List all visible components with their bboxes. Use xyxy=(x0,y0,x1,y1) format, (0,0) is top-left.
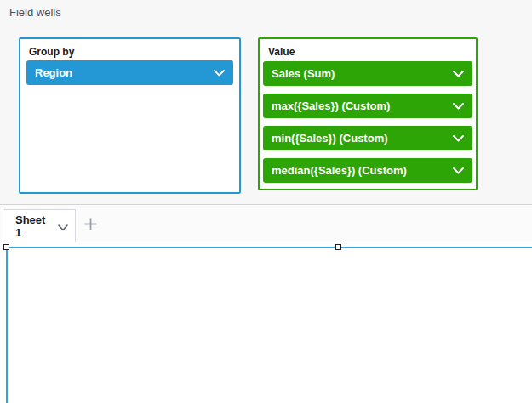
group-by-label: Group by xyxy=(29,46,74,58)
selection-border-left xyxy=(6,247,8,403)
chevron-down-icon xyxy=(453,164,464,177)
field-pill-label: median({Sales}) (Custom) xyxy=(272,164,407,177)
tab-sheet-1[interactable]: Sheet 1 xyxy=(3,209,76,242)
field-pill-region[interactable]: Region xyxy=(26,60,233,85)
chevron-down-icon xyxy=(453,99,464,112)
field-pill-sales-sum[interactable]: Sales (Sum) xyxy=(263,61,472,86)
selection-handle-top-left[interactable] xyxy=(3,244,9,250)
selection-handle-top-center[interactable] xyxy=(335,244,341,250)
field-pill-label: Sales (Sum) xyxy=(272,67,335,80)
chevron-down-icon xyxy=(214,66,225,79)
plus-icon xyxy=(83,217,98,234)
field-wells-title: Field wells xyxy=(9,6,61,19)
sheet-tab-strip: Sheet 1 xyxy=(0,205,532,241)
field-pill-median-sales[interactable]: median({Sales}) (Custom) xyxy=(263,158,472,183)
chevron-down-icon xyxy=(453,67,464,80)
chevron-down-icon xyxy=(58,221,68,234)
value-well[interactable]: Value Sales (Sum) max({Sales}) (Custom) … xyxy=(258,37,478,190)
sheet-canvas: Max({sales}), Sum of Sales, Min({sales})… xyxy=(0,241,532,403)
group-by-well[interactable]: Group by Region xyxy=(19,37,241,194)
field-pill-label: max({Sales}) (Custom) xyxy=(272,99,390,112)
field-pill-max-sales[interactable]: max({Sales}) (Custom) xyxy=(263,94,472,118)
value-label: Value xyxy=(268,46,295,58)
field-pill-label: Region xyxy=(35,66,72,79)
field-wells-panel: Field wells Group by Region Value Sales … xyxy=(0,0,532,205)
selection-border-top xyxy=(6,247,532,248)
chevron-down-icon xyxy=(453,132,464,145)
sheet-tab-label: Sheet 1 xyxy=(15,213,51,239)
field-pill-label: min({Sales}) (Custom) xyxy=(272,132,388,145)
field-pill-min-sales[interactable]: min({Sales}) (Custom) xyxy=(263,126,472,150)
add-sheet-button[interactable] xyxy=(80,215,100,236)
